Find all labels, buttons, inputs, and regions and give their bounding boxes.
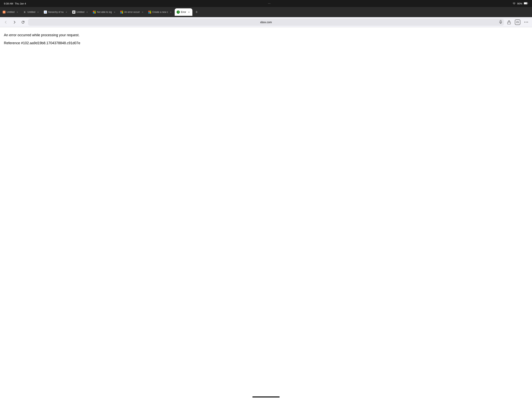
tab-4-favicon: W — [72, 11, 75, 14]
address-bar[interactable]: xbox.com — [28, 19, 504, 26]
svg-point-7 — [526, 22, 526, 23]
share-button[interactable] — [506, 19, 513, 26]
tab-3[interactable]: G hierarchy of nu ✕ — [42, 8, 70, 16]
microphone-icon[interactable] — [499, 20, 502, 24]
tab-8-favicon: ✕ — [177, 11, 180, 14]
url-display: xbox.com — [260, 21, 272, 24]
svg-rect-1 — [524, 3, 527, 4]
svg-rect-2 — [500, 20, 501, 22]
tab-6-close[interactable]: ✕ — [141, 11, 144, 14]
tab-3-favicon: G — [44, 11, 47, 14]
tab-3-close[interactable]: ✕ — [65, 11, 68, 14]
tab-8-error[interactable]: ✕ Error ✕ — [175, 8, 192, 16]
tab-4-close[interactable]: ✕ — [85, 11, 89, 14]
forward-button[interactable] — [11, 19, 18, 26]
tab-1-title: Untitled — [7, 11, 15, 13]
tab-1-favicon — [3, 11, 6, 13]
tab-5-favicon — [93, 11, 96, 13]
tab-count-badge: 21 — [515, 19, 520, 25]
tab-2-title: Untitled — [27, 11, 35, 13]
tab-6-favicon — [120, 11, 123, 13]
tab-5-close[interactable]: ✕ — [113, 11, 116, 14]
tab-1-close[interactable]: ✕ — [16, 11, 19, 14]
home-indicator — [252, 396, 280, 398]
battery-text: 90% — [517, 2, 522, 5]
tab-6-title: An error occurr — [124, 11, 140, 13]
status-bar-right: 90% — [513, 2, 528, 5]
reload-button[interactable] — [19, 19, 26, 26]
tab-4-title: Untitled — [76, 11, 84, 13]
error-message: An error occurred while processing your … — [4, 33, 528, 37]
tab-3-title: hierarchy of nu — [48, 11, 63, 13]
wifi-icon — [513, 2, 516, 5]
page-content: An error occurred while processing your … — [0, 27, 532, 51]
tab-count-button[interactable]: 21 — [514, 19, 521, 26]
tab-2-favicon: S — [23, 11, 26, 14]
tab-7-title: Create a new c — [152, 11, 168, 13]
tab-1[interactable]: Untitled ✕ — [1, 8, 21, 16]
tab-2[interactable]: S Untitled ✕ — [21, 8, 42, 16]
date: Thu Jan 4 — [15, 2, 26, 5]
tab-8-title: Error — [181, 11, 186, 13]
more-options-button[interactable] — [523, 19, 530, 26]
time: 9:38 AM — [4, 2, 13, 5]
tab-5-title: Not able to sig — [97, 11, 112, 13]
tab-4[interactable]: W Untitled ✕ — [70, 8, 91, 16]
new-tab-button[interactable]: + — [194, 9, 200, 15]
tab-5[interactable]: Not able to sig ✕ — [91, 8, 118, 16]
tab-7-close[interactable]: ✕ — [169, 11, 172, 14]
battery-icon — [524, 2, 528, 5]
tab-bar: Untitled ✕ S Untitled ✕ G hierarchy of n… — [0, 7, 532, 17]
tab-7[interactable]: Create a new c ✕ — [146, 8, 174, 16]
svg-point-8 — [527, 22, 528, 23]
tab-overflow-dots[interactable]: ··· — [266, 2, 272, 5]
error-reference: Reference #102.aa9d19b8.1704378848.c91d0… — [4, 41, 528, 45]
tab-8-close[interactable]: ✕ — [187, 11, 190, 14]
status-bar-left: 9:38 AM Thu Jan 4 — [4, 2, 26, 5]
status-bar: 9:38 AM Thu Jan 4 ··· 90% — [0, 0, 532, 7]
nav-bar: xbox.com 21 — [0, 17, 532, 27]
svg-point-6 — [524, 22, 525, 23]
tab-2-close[interactable]: ✕ — [36, 11, 39, 14]
back-button[interactable] — [2, 19, 9, 26]
tab-6[interactable]: An error occurr ✕ — [118, 8, 146, 16]
tab-7-favicon — [148, 11, 151, 13]
